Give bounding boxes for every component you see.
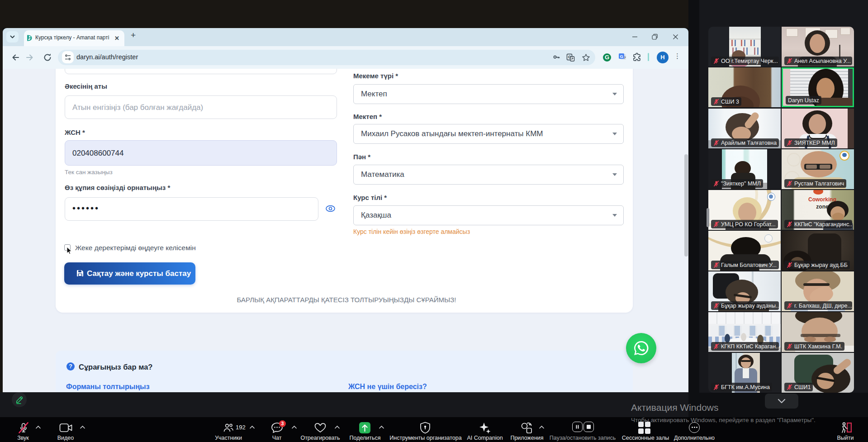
svg-text:G: G [620, 54, 623, 59]
